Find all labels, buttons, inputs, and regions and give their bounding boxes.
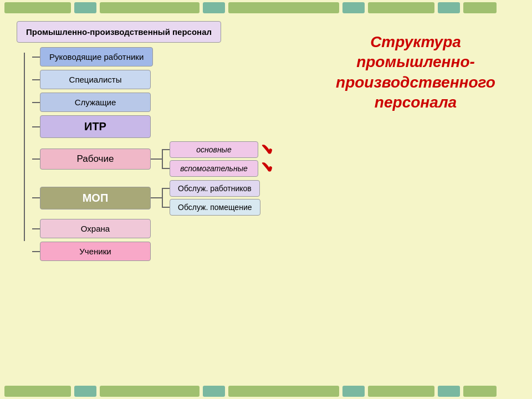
sub-row-obsluzhpom: Обслуж. помещение: [162, 199, 260, 216]
bottom-decorative-bar: [0, 383, 532, 399]
rabochie-sub-rows: основные вспомогательные: [162, 141, 258, 177]
diagram-area: Промышленно-производственный персонал Ру…: [11, 21, 299, 261]
box-osnovnye: основные: [170, 141, 258, 158]
top-decorative-bar: [0, 0, 532, 16]
row-rabochie: Рабочие основные: [32, 141, 273, 177]
rabochie-sub-wrapper: основные вспомогательные: [162, 141, 258, 177]
hline-4: [32, 126, 40, 127]
checkmark-2: ✔: [260, 160, 273, 176]
sub-row-obsluzhrab: Обслуж. работников: [162, 180, 260, 197]
bot-seg5: [228, 386, 339, 397]
mop-vconn: [162, 188, 163, 208]
mop-sub-rows: Обслуж. работников Обслуж. помещение: [162, 180, 260, 216]
row-okhrana: Охрана: [32, 219, 273, 238]
row-itr: ИТР: [32, 115, 273, 138]
bot-seg1: [4, 386, 71, 397]
sub-hline-2: [162, 168, 170, 169]
bot-seg9: [463, 386, 497, 397]
row-ucheniki: Ученики: [32, 242, 273, 261]
rabochie-vconn: [162, 149, 163, 169]
sub-hline-1: [162, 149, 170, 150]
row-rukovodiashchie: Руководящие работники: [32, 47, 273, 66]
mop-hconn: [151, 197, 162, 198]
tree-vline: [24, 53, 25, 241]
hline-1: [32, 57, 40, 58]
bar-seg7: [368, 2, 434, 13]
item-sluzhashchie: Служащие: [40, 93, 151, 112]
item-okhrana: Охрана: [40, 219, 151, 238]
bar-seg8: [438, 2, 460, 13]
item-itr: ИТР: [40, 115, 151, 138]
bot-seg2: [74, 386, 96, 397]
bar-seg1: [4, 2, 71, 13]
row-spetsialisty: Специалисты: [32, 70, 273, 89]
checkmark-1: ✔: [260, 142, 273, 158]
main-title: Структура промышленно- производственного…: [316, 32, 515, 113]
title-area: Структура промышленно- производственного…: [310, 21, 521, 261]
bar-seg9: [463, 2, 497, 13]
hline-2: [32, 79, 40, 80]
bar-seg2: [74, 2, 96, 13]
checkmarks: ✔ ✔: [260, 142, 273, 176]
main-content: Промышленно-производственный персонал Ру…: [0, 16, 532, 267]
hline-7: [32, 228, 40, 229]
item-ucheniki: Ученики: [40, 242, 151, 261]
box-obsluzhrab: Обслуж. работников: [170, 180, 260, 197]
bot-seg3: [100, 386, 200, 397]
box-obsluzhpom: Обслуж. помещение: [170, 199, 260, 216]
bar-seg6: [342, 2, 365, 13]
hline-6: [32, 197, 40, 198]
hline-3: [32, 102, 40, 103]
item-spetsialisty: Специалисты: [40, 70, 151, 89]
item-rukovodiashchie: Руководящие работники: [40, 47, 153, 66]
sub-row-vspomogatelnye: вспомогательные: [162, 160, 258, 177]
rows-col: Руководящие работники Специалисты Служащ…: [32, 47, 273, 261]
bar-seg5: [228, 2, 339, 13]
root-label: Промышленно-производственный персонал: [26, 27, 212, 37]
box-vspomogatelnye: вспомогательные: [170, 160, 258, 177]
item-rabochie: Рабочие: [40, 149, 151, 170]
rabochie-hconn: [151, 158, 162, 160]
row-sluzhashchie: Служащие: [32, 93, 273, 112]
bot-seg6: [342, 386, 365, 397]
bot-seg4: [203, 386, 225, 397]
sub-row-osnovnye: основные: [162, 141, 258, 158]
bar-seg3: [100, 2, 200, 13]
bot-seg8: [438, 386, 460, 397]
mop-hline-1: [162, 188, 170, 189]
bar-seg4: [203, 2, 225, 13]
row-mop: МОП Обслуж. работников: [32, 180, 273, 216]
hline-8: [32, 251, 40, 252]
item-mop: МОП: [40, 187, 151, 209]
mop-sub-wrapper: Обслуж. работников Обслуж. помещение: [162, 180, 260, 216]
hline-5: [32, 158, 40, 160]
mop-hline-2: [162, 207, 170, 208]
root-box: Промышленно-производственный персонал: [17, 21, 221, 43]
tree-wrapper: Руководящие работники Специалисты Служащ…: [17, 47, 299, 261]
tree-vline-col: [17, 47, 32, 261]
bot-seg7: [368, 386, 434, 397]
